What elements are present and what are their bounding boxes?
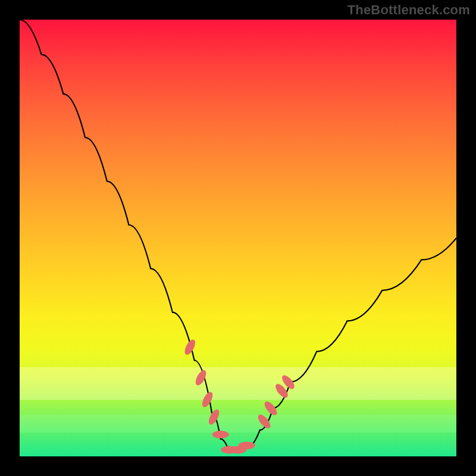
watermark-text: TheBottleneck.com bbox=[347, 2, 470, 18]
chart-svg bbox=[20, 20, 456, 456]
chart-frame: TheBottleneck.com bbox=[0, 0, 476, 476]
curve-marker bbox=[239, 441, 255, 449]
curve-marker bbox=[200, 390, 215, 409]
curve-marker bbox=[212, 431, 229, 439]
bottleneck-curve bbox=[20, 20, 456, 452]
marker-group bbox=[183, 338, 296, 453]
curve-marker bbox=[206, 408, 221, 427]
plot-area bbox=[20, 20, 456, 456]
